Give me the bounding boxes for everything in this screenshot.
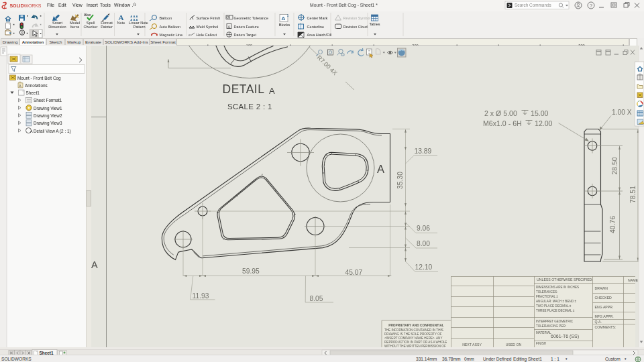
svg-text:Balloon: Balloon — [160, 16, 172, 20]
svg-text:Centerline: Centerline — [307, 25, 325, 29]
svg-text:A: A — [282, 15, 286, 21]
svg-text:Mount - Front Belt Cog - Sheet: Mount - Front Belt Cog - Sheet1 * — [310, 3, 378, 8]
svg-text:Datum Feature: Datum Feature — [234, 25, 259, 29]
svg-text:Search Commands: Search Commands — [515, 3, 551, 7]
svg-text:Hole Callout: Hole Callout — [197, 33, 217, 37]
svg-text:Magnetic Line: Magnetic Line — [160, 33, 183, 37]
svg-text:?: ? — [590, 3, 592, 9]
svg-text:⌀: ⌀ — [189, 33, 191, 37]
svg-text:Window: Window — [114, 3, 130, 7]
svg-text:Geometric Tolerance: Geometric Tolerance — [234, 16, 269, 20]
svg-text:Revision Symbol: Revision Symbol — [343, 16, 370, 20]
svg-text:Pattern: Pattern — [133, 25, 145, 29]
svg-text:Painter: Painter — [101, 25, 113, 29]
svg-text:Center Mark: Center Mark — [307, 16, 328, 20]
svg-text:Tables: Tables — [369, 22, 380, 26]
svg-text:Edit: Edit — [58, 3, 66, 7]
svg-text:Auto Balloon: Auto Balloon — [160, 25, 181, 29]
svg-text:View: View — [72, 3, 83, 7]
svg-text:Tools: Tools — [100, 3, 111, 7]
svg-text:Dimension: Dimension — [48, 25, 66, 29]
svg-text:Items: Items — [70, 25, 80, 29]
svg-text:File: File — [47, 3, 54, 7]
svg-text:Blocks: Blocks — [279, 23, 290, 27]
svg-text:A: A — [228, 25, 231, 29]
svg-text:Revision Cloud: Revision Cloud — [343, 25, 368, 29]
svg-text:Abc: Abc — [84, 13, 91, 17]
svg-text:Weld Symbol: Weld Symbol — [197, 25, 219, 29]
svg-text:Insert: Insert — [87, 3, 98, 7]
svg-text:Datum Target: Datum Target — [234, 33, 257, 37]
svg-text:Surface Finish: Surface Finish — [197, 16, 221, 20]
svg-text:AAA: AAA — [130, 18, 139, 21]
svg-text:A: A — [119, 13, 124, 21]
svg-text:SOLIDWORKS: SOLIDWORKS — [10, 3, 42, 8]
svg-text:1: 1 — [287, 14, 289, 17]
svg-text:Area Hatch/Fill: Area Hatch/Fill — [307, 33, 332, 37]
svg-text:Checker: Checker — [84, 25, 98, 29]
